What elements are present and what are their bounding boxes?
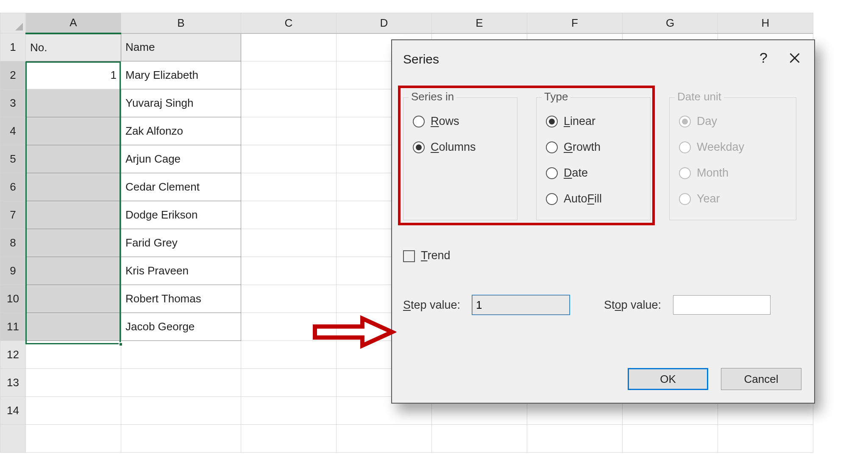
cell-a3[interactable] bbox=[26, 89, 121, 117]
series-in-legend: Series in bbox=[409, 90, 456, 103]
cell-b3[interactable]: Yuvaraj Singh bbox=[121, 89, 241, 117]
weekday-radio: Weekday bbox=[679, 141, 787, 154]
growth-radio[interactable]: Growth bbox=[546, 141, 641, 154]
cell-b1[interactable]: Name bbox=[121, 33, 241, 61]
linear-radio[interactable]: Linear bbox=[546, 115, 641, 128]
series-dialog: Series ? Series in Rows Columns Type Lin… bbox=[391, 39, 815, 404]
close-button[interactable] bbox=[786, 50, 803, 66]
ok-button[interactable]: OK bbox=[628, 368, 708, 390]
col-header-a[interactable]: A bbox=[26, 13, 121, 33]
stop-value-input[interactable] bbox=[673, 295, 771, 315]
cell[interactable] bbox=[241, 33, 337, 61]
series-in-group: Series in Rows Columns bbox=[403, 97, 517, 220]
row-header-1[interactable]: 1 bbox=[0, 33, 26, 61]
cell-a1[interactable]: No. bbox=[26, 33, 121, 61]
month-radio: Month bbox=[679, 166, 787, 180]
close-icon bbox=[789, 52, 801, 64]
date-radio[interactable]: Date bbox=[546, 166, 641, 180]
col-header-g[interactable]: G bbox=[623, 13, 718, 33]
col-header-h[interactable]: H bbox=[718, 13, 813, 33]
row-header-3[interactable]: 3 bbox=[0, 89, 26, 117]
date-unit-group: Date unit Day Weekday Month Year bbox=[669, 97, 796, 220]
type-legend: Type bbox=[542, 90, 570, 103]
col-header-c[interactable]: C bbox=[241, 13, 337, 33]
autofill-radio[interactable]: AutoFill bbox=[546, 192, 641, 205]
col-header-e[interactable]: E bbox=[432, 13, 527, 33]
cancel-button[interactable]: Cancel bbox=[721, 368, 801, 390]
stop-value-label: Stop value: bbox=[604, 299, 661, 312]
col-header-d[interactable]: D bbox=[337, 13, 432, 33]
cell-b2[interactable]: Mary Elizabeth bbox=[121, 61, 241, 89]
columns-radio[interactable]: Columns bbox=[413, 141, 508, 154]
row-header-2[interactable]: 2 bbox=[0, 61, 26, 89]
help-button[interactable]: ? bbox=[760, 50, 768, 66]
col-header-f[interactable]: F bbox=[527, 13, 623, 33]
step-value-label: Step value: bbox=[403, 299, 460, 312]
cell-a2[interactable]: 1 bbox=[26, 61, 121, 89]
select-all-triangle[interactable] bbox=[0, 13, 26, 33]
year-radio: Year bbox=[679, 192, 787, 205]
date-unit-legend: Date unit bbox=[675, 90, 724, 103]
col-header-b[interactable]: B bbox=[121, 13, 241, 33]
day-radio: Day bbox=[679, 115, 787, 128]
step-value-input[interactable] bbox=[472, 295, 570, 315]
type-group: Type Linear Growth Date AutoFill bbox=[536, 97, 651, 220]
arrow-annotation-icon bbox=[312, 315, 396, 352]
trend-checkbox[interactable]: Trend bbox=[403, 249, 451, 262]
rows-radio[interactable]: Rows bbox=[413, 115, 508, 128]
dialog-title: Series bbox=[403, 52, 439, 66]
